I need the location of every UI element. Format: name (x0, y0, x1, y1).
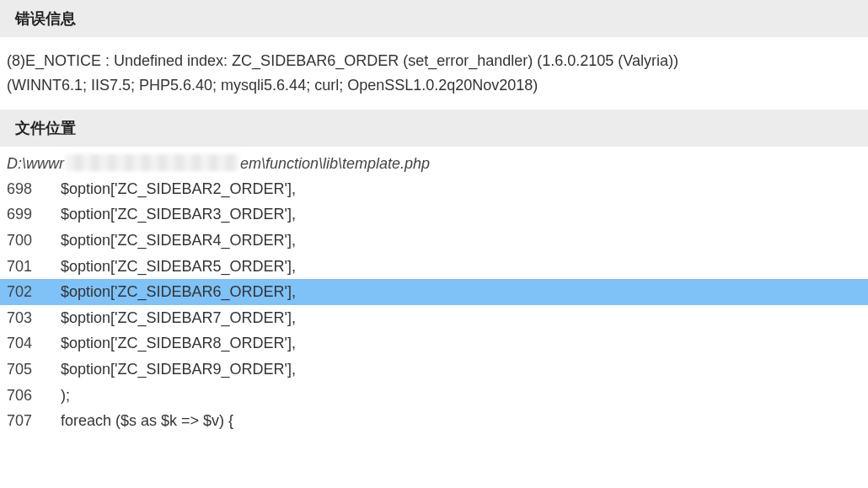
file-section-header: 文件位置 (0, 110, 868, 147)
code-text: $option['ZC_SIDEBAR6_ORDER'], (46, 279, 868, 305)
line-number: 707 (0, 408, 46, 434)
code-text: $option['ZC_SIDEBAR3_ORDER'], (46, 201, 868, 228)
code-listing: 698$option['ZC_SIDEBAR2_ORDER'],699$opti… (0, 176, 868, 439)
line-number: 706 (0, 383, 46, 409)
code-line: 705$option['ZC_SIDEBAR9_ORDER'], (0, 357, 868, 383)
line-number: 703 (0, 305, 46, 331)
file-path-redacted (66, 154, 238, 171)
line-number: 699 (0, 201, 46, 228)
code-text: $option['ZC_SIDEBAR4_ORDER'], (46, 228, 868, 254)
code-line: 706); (0, 383, 868, 409)
line-number: 704 (0, 330, 46, 357)
code-line: 702$option['ZC_SIDEBAR6_ORDER'], (0, 279, 868, 305)
file-path: D:\wwwrem\function\lib\template.php (0, 147, 868, 176)
line-number: 705 (0, 357, 46, 383)
error-section-header: 错误信息 (0, 0, 868, 37)
code-text: foreach ($s as $k => $v) { (46, 408, 868, 434)
code-text: $option['ZC_SIDEBAR7_ORDER'], (46, 305, 868, 331)
code-line: 704$option['ZC_SIDEBAR8_ORDER'], (0, 330, 868, 357)
error-line-2: (WINNT6.1; IIS7.5; PHP5.6.40; mysqli5.6.… (7, 73, 861, 98)
line-number: 702 (0, 279, 46, 305)
code-line: 707foreach ($s as $k => $v) { (0, 408, 868, 434)
code-text: ); (46, 383, 868, 409)
error-line-1: (8)E_NOTICE : Undefined index: ZC_SIDEBA… (7, 49, 861, 73)
line-number: 700 (0, 228, 46, 254)
code-line: 699$option['ZC_SIDEBAR3_ORDER'], (0, 201, 868, 228)
error-message: (8)E_NOTICE : Undefined index: ZC_SIDEBA… (0, 37, 868, 110)
code-line: 698$option['ZC_SIDEBAR2_ORDER'], (0, 176, 868, 202)
code-line: 700$option['ZC_SIDEBAR4_ORDER'], (0, 228, 868, 254)
file-path-suffix: em\function\lib\template.php (240, 155, 430, 172)
code-text: $option['ZC_SIDEBAR5_ORDER'], (46, 254, 868, 280)
code-text: $option['ZC_SIDEBAR8_ORDER'], (46, 330, 868, 357)
code-text: $option['ZC_SIDEBAR2_ORDER'], (46, 176, 868, 202)
line-number: 698 (0, 176, 46, 202)
code-text: $option['ZC_SIDEBAR9_ORDER'], (46, 357, 868, 383)
file-path-prefix: D:\wwwr (7, 155, 64, 172)
line-number: 701 (0, 254, 46, 280)
code-line: 703$option['ZC_SIDEBAR7_ORDER'], (0, 305, 868, 331)
code-line: 701$option['ZC_SIDEBAR5_ORDER'], (0, 254, 868, 280)
